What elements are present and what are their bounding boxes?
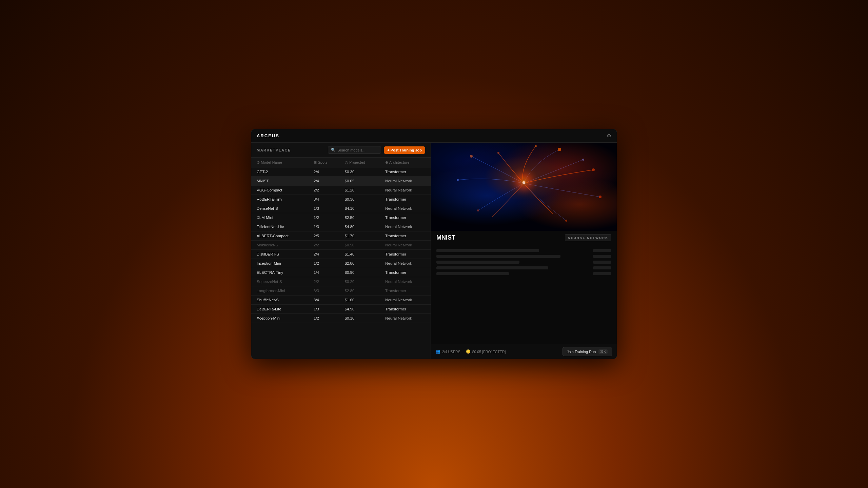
cell-projected: $0.10 bbox=[341, 314, 381, 323]
detail-line-4 bbox=[436, 266, 548, 269]
selected-model-name: MNIST bbox=[436, 234, 455, 241]
table-row[interactable]: RoBERTa-Tiny 3/4 $0.30 Transformer bbox=[251, 195, 431, 204]
settings-icon[interactable]: ⚙ bbox=[607, 133, 611, 139]
cell-architecture: Transformer bbox=[381, 268, 431, 277]
table-row[interactable]: GPT-2 2/4 $0.30 Transformer bbox=[251, 167, 431, 177]
cell-projected: $0.30 bbox=[341, 195, 381, 204]
svg-point-6 bbox=[599, 196, 601, 198]
model-info-bar: MNIST NEURAL NETWORK bbox=[431, 231, 617, 244]
table-row[interactable]: EfficientNet-Lite 1/3 $4.80 Neural Netwo… bbox=[251, 222, 431, 231]
detail-side-3 bbox=[593, 261, 611, 264]
svg-point-13 bbox=[522, 181, 525, 184]
cell-spots: 1/3 bbox=[310, 222, 341, 231]
join-btn-shortcut: ⌘K bbox=[598, 349, 608, 354]
users-value: 2/4 USERS bbox=[442, 350, 460, 354]
svg-point-9 bbox=[535, 145, 537, 147]
table-row[interactable]: ShuffleNet-S 3/4 $1.60 Neural Network bbox=[251, 296, 431, 305]
search-icon: 🔍 bbox=[331, 148, 336, 152]
cell-architecture: Transformer bbox=[381, 286, 431, 296]
models-tbody: GPT-2 2/4 $0.30 Transformer MNIST 2/4 $0… bbox=[251, 167, 431, 323]
detail-side-1 bbox=[593, 249, 611, 252]
models-table: ⊙ Model Name ⊞ Spots ◎ Projected ⊕ Archi… bbox=[251, 158, 431, 323]
cell-projected: $2.80 bbox=[341, 286, 381, 296]
table-row[interactable]: DistilBERT-S 2/4 $1.40 Transformer bbox=[251, 250, 431, 259]
cell-architecture: Transformer bbox=[381, 250, 431, 259]
table-row[interactable]: ALBERT-Compact 2/5 $1.70 Transformer bbox=[251, 231, 431, 241]
table-row[interactable]: Inception-Mini 1/2 $2.80 Neural Network bbox=[251, 259, 431, 268]
model-type-badge: NEURAL NETWORK bbox=[565, 234, 611, 241]
header-actions: 🔍 + Post Training Job bbox=[328, 146, 425, 154]
col-spots: ⊞ Spots bbox=[310, 158, 341, 167]
table-row[interactable]: Xception-Mini 1/2 $0.10 Neural Network bbox=[251, 314, 431, 323]
cell-spots: 3/4 bbox=[310, 296, 341, 305]
cell-spots: 3/4 bbox=[310, 195, 341, 204]
detail-lines bbox=[436, 249, 588, 294]
cell-spots: 2/2 bbox=[310, 277, 341, 286]
table-row[interactable]: XLM-Mini 1/2 $2.50 Transformer bbox=[251, 213, 431, 222]
cell-architecture: Transformer bbox=[381, 305, 431, 314]
cell-projected: $1.60 bbox=[341, 296, 381, 305]
table-row[interactable]: VGG-Compact 2/2 $1.20 Neural Network bbox=[251, 186, 431, 195]
right-panel: MNIST NEURAL NETWORK bbox=[431, 143, 617, 359]
detail-line-2 bbox=[436, 255, 560, 258]
stat-users: 👥 2/4 USERS bbox=[436, 349, 460, 354]
cell-projected: $2.80 bbox=[341, 259, 381, 268]
table-row[interactable]: DeBERTa-Lite 1/3 $4.90 Transformer bbox=[251, 305, 431, 314]
cell-model-name: DistilBERT-S bbox=[251, 250, 310, 259]
cell-model-name: ELECTRA-Tiny bbox=[251, 268, 310, 277]
svg-point-7 bbox=[565, 220, 567, 222]
cell-model-name: Inception-Mini bbox=[251, 259, 310, 268]
cell-architecture: Neural Network bbox=[381, 314, 431, 323]
col-projected: ◎ Projected bbox=[341, 158, 381, 167]
col-model-name: ⊙ Model Name bbox=[251, 158, 310, 167]
table-row[interactable]: DenseNet-S 1/3 $4.10 Neural Network bbox=[251, 204, 431, 213]
table-header-row: ⊙ Model Name ⊞ Spots ◎ Projected ⊕ Archi… bbox=[251, 158, 431, 167]
table-row[interactable]: MNIST 2/4 $0.05 Neural Network bbox=[251, 177, 431, 186]
table-row[interactable]: MobileNet-S 2/2 $0.50 Neural Network bbox=[251, 241, 431, 250]
marketplace-header: MARKETPLACE 🔍 + Post Training Job bbox=[251, 143, 431, 158]
left-panel: MARKETPLACE 🔍 + Post Training Job ⊙ Mode… bbox=[251, 143, 431, 359]
cell-model-name: ShuffleNet-S bbox=[251, 296, 310, 305]
svg-point-3 bbox=[477, 209, 479, 211]
cell-model-name: MNIST bbox=[251, 177, 310, 186]
cell-projected: $1.40 bbox=[341, 250, 381, 259]
cell-model-name: VGG-Compact bbox=[251, 186, 310, 195]
table-row[interactable]: ELECTRA-Tiny 1/4 $0.90 Transformer bbox=[251, 268, 431, 277]
post-training-button[interactable]: + Post Training Job bbox=[384, 146, 425, 154]
table-row[interactable]: SqueezeNet-S 2/2 $0.20 Neural Network bbox=[251, 277, 431, 286]
cell-architecture: Transformer bbox=[381, 231, 431, 241]
cell-spots: 3/3 bbox=[310, 286, 341, 296]
bottom-stats: 👥 2/4 USERS 🪙 $0.05 [PROJECTED] bbox=[436, 349, 506, 354]
users-icon: 👥 bbox=[436, 349, 440, 354]
cell-spots: 1/3 bbox=[310, 305, 341, 314]
cell-model-name: DeBERTa-Lite bbox=[251, 305, 310, 314]
neural-visual bbox=[431, 143, 617, 231]
cell-architecture: Neural Network bbox=[381, 296, 431, 305]
search-box[interactable]: 🔍 bbox=[328, 146, 381, 154]
cell-model-name: MobileNet-S bbox=[251, 241, 310, 250]
cell-model-name: GPT-2 bbox=[251, 167, 310, 177]
detail-line-5 bbox=[436, 272, 509, 275]
cell-model-name: Xception-Mini bbox=[251, 314, 310, 323]
join-training-button[interactable]: Join Training Run ⌘K bbox=[563, 347, 612, 356]
cell-projected: $1.70 bbox=[341, 231, 381, 241]
app-logo: ARCEUS bbox=[257, 133, 279, 138]
cell-model-name: ALBERT-Compact bbox=[251, 231, 310, 241]
detail-side-5 bbox=[593, 272, 611, 275]
table-row[interactable]: Longformer-Mini 3/3 $2.80 Transformer bbox=[251, 286, 431, 296]
cell-architecture: Transformer bbox=[381, 195, 431, 204]
cell-spots: 1/4 bbox=[310, 268, 341, 277]
cell-architecture: Neural Network bbox=[381, 241, 431, 250]
projected-value: $0.05 [PROJECTED] bbox=[472, 350, 506, 354]
cell-architecture: Neural Network bbox=[381, 259, 431, 268]
coin-icon: 🪙 bbox=[466, 349, 471, 354]
cell-model-name: DenseNet-S bbox=[251, 204, 310, 213]
cell-projected: $4.10 bbox=[341, 204, 381, 213]
cell-model-name: EfficientNet-Lite bbox=[251, 222, 310, 231]
cell-spots: 2/2 bbox=[310, 241, 341, 250]
model-hero bbox=[431, 143, 617, 231]
marketplace-title: MARKETPLACE bbox=[257, 148, 291, 152]
cell-spots: 2/4 bbox=[310, 177, 341, 186]
search-input[interactable] bbox=[337, 148, 378, 152]
svg-point-4 bbox=[558, 148, 561, 151]
